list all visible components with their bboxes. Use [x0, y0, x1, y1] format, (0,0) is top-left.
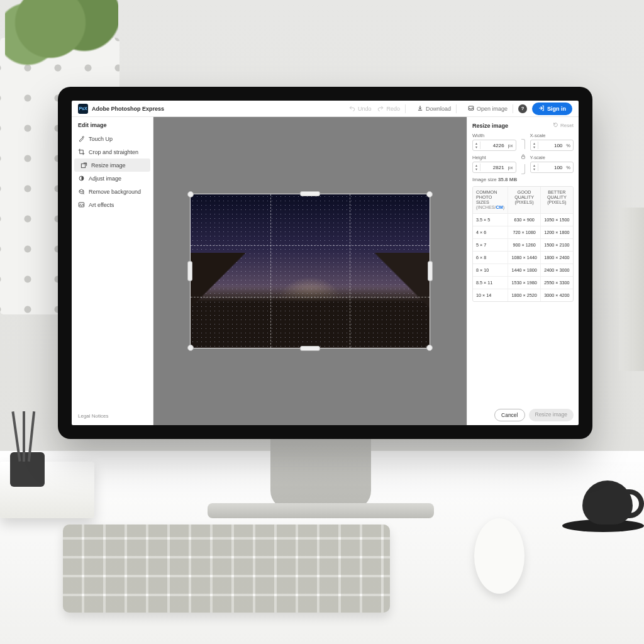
redo-icon — [377, 105, 384, 113]
topbar-divider — [456, 104, 457, 113]
unit-cm-toggle[interactable]: CM — [496, 204, 503, 210]
height-value: 2821 — [480, 165, 506, 170]
sidebar-item-arteffects[interactable]: Art effects — [72, 198, 153, 211]
height-unit: px — [506, 165, 516, 170]
table-row[interactable]: 3.5 × 5630 × 9001050 × 1500 — [473, 213, 573, 226]
reset-icon — [553, 122, 558, 129]
stepper-arrows-icon[interactable]: ▴▾ — [473, 164, 480, 171]
aspect-lock-toggle[interactable] — [519, 140, 528, 173]
cell-better: 2550 × 3300 — [541, 277, 573, 289]
photo-preview — [191, 194, 430, 348]
signin-label: Sign in — [547, 106, 566, 112]
sidebar-item-resize[interactable]: Resize image — [74, 158, 150, 172]
cell-better: 3000 × 4200 — [541, 289, 573, 301]
resize-handle-right[interactable] — [428, 261, 433, 281]
lock-icon — [520, 153, 526, 160]
resize-handle-top[interactable] — [300, 191, 320, 196]
download-button[interactable]: Download — [417, 105, 451, 113]
table-row[interactable]: 4 × 6720 × 10801200 × 1800 — [473, 226, 573, 238]
svg-rect-1 — [81, 164, 85, 167]
yscale-stepper[interactable]: ▴▾ 100 % — [530, 162, 574, 173]
sidebar-item-label: Art effects — [89, 202, 114, 208]
cell-better: 2400 × 3000 — [541, 264, 573, 276]
pencil-cup — [6, 411, 50, 487]
table-row[interactable]: 6 × 81080 × 14401800 × 2400 — [473, 251, 573, 264]
cell-size: 6 × 8 — [473, 252, 508, 264]
xscale-stepper[interactable]: ▴▾ 100 % — [530, 140, 574, 151]
cancel-button[interactable]: Cancel — [494, 409, 525, 421]
resize-handle-top-left[interactable] — [187, 191, 194, 197]
yscale-unit: % — [564, 165, 573, 170]
download-label: Download — [426, 106, 451, 112]
stepper-arrows-icon[interactable]: ▴▾ — [531, 164, 538, 171]
sidebar-title: Edit image — [72, 122, 153, 132]
redo-button[interactable]: Redo — [377, 105, 400, 113]
monitor-stand — [270, 434, 371, 509]
sidebar-item-label: Resize image — [91, 162, 126, 169]
cell-good: 1440 × 1800 — [508, 264, 540, 276]
signin-icon — [538, 105, 545, 113]
image-icon — [468, 105, 474, 113]
signin-button[interactable]: Sign in — [532, 103, 572, 115]
reset-button[interactable]: Reset — [553, 122, 574, 129]
table-row[interactable]: 8 × 101440 × 18002400 × 3000 — [473, 264, 573, 276]
panel-title: Resize image — [472, 123, 508, 129]
cell-good: 1530 × 1980 — [508, 277, 540, 289]
resize-handle-left[interactable] — [187, 261, 192, 281]
stepper-arrows-icon[interactable]: ▴▾ — [531, 142, 538, 149]
reset-label: Reset — [560, 123, 574, 128]
cell-size: 3.5 × 5 — [473, 214, 508, 226]
xscale-label: X-scale — [530, 133, 574, 138]
help-button[interactable]: ? — [518, 104, 527, 113]
image-frame[interactable] — [191, 194, 430, 348]
table-header-better: BETTERQUALITY(PIXELS) — [541, 187, 573, 213]
unit-inches-toggle[interactable]: INCHES — [477, 204, 494, 210]
cell-size: 4 × 6 — [473, 226, 508, 238]
resize-handle-bottom[interactable] — [300, 346, 320, 351]
sidebar-item-crop[interactable]: Crop and straighten — [72, 145, 153, 158]
stepper-arrows-icon[interactable]: ▴▾ — [473, 142, 480, 149]
table-row[interactable]: 8.5 × 111530 × 19802550 × 3300 — [473, 276, 573, 289]
sidebar-item-touchup[interactable]: Touch Up — [72, 132, 153, 145]
app-title: Adobe Photoshop Express — [92, 106, 164, 112]
width-stepper[interactable]: ▴▾ 4226 px — [472, 140, 516, 151]
sidebar: Edit image Touch Up Crop and straighten … — [72, 117, 153, 425]
resize-image-button[interactable]: Resize image — [529, 409, 574, 421]
sidebar-item-removebg[interactable]: Remove background — [72, 185, 153, 198]
cell-better: 1800 × 2400 — [541, 252, 573, 264]
cell-good: 1800 × 2520 — [508, 289, 540, 301]
sidebar-item-adjust[interactable]: Adjust image — [72, 172, 153, 185]
topbar-divider — [513, 104, 513, 113]
cell-better: 1050 × 1500 — [541, 214, 573, 226]
undo-button[interactable]: Undo — [349, 105, 372, 113]
undo-label: Undo — [358, 106, 372, 112]
table-row[interactable]: 10 × 141800 × 25203000 × 4200 — [473, 289, 573, 301]
app-window: PsX Adobe Photoshop Express Undo Redo Do… — [72, 101, 579, 425]
open-image-button[interactable]: Open image — [468, 105, 508, 113]
download-icon — [417, 105, 423, 113]
resize-handle-bottom-left[interactable] — [187, 345, 194, 351]
resize-handle-top-right[interactable] — [426, 191, 433, 197]
topbar-divider — [405, 104, 406, 113]
width-label: Width — [472, 133, 516, 138]
yscale-value: 100 — [538, 165, 564, 170]
xscale-unit: % — [564, 143, 573, 148]
cell-good: 720 × 1080 — [508, 226, 540, 238]
cell-better: 1500 × 2100 — [541, 239, 573, 251]
canvas[interactable] — [153, 117, 467, 425]
height-stepper[interactable]: ▴▾ 2821 px — [472, 162, 516, 173]
size-table: COMMON PHOTO SIZES (INCHES/CM) GOODQUALI… — [472, 186, 574, 302]
topbar: PsX Adobe Photoshop Express Undo Redo Do… — [72, 101, 579, 117]
legal-notices-link[interactable]: Legal Notices — [72, 409, 153, 423]
mouse — [474, 518, 525, 594]
xscale-value: 100 — [538, 143, 564, 148]
cell-good: 630 × 900 — [508, 214, 540, 226]
resize-handle-bottom-right[interactable] — [426, 345, 433, 351]
plant — [5, 0, 118, 75]
coffee-mug — [582, 480, 633, 525]
yscale-label: Y-scale — [530, 155, 574, 160]
width-unit: px — [506, 143, 516, 148]
table-header-good: GOODQUALITY(PIXELS) — [508, 187, 540, 213]
table-row[interactable]: 5 × 7900 × 12601500 × 2100 — [473, 238, 573, 251]
cell-size: 8 × 10 — [473, 264, 508, 276]
